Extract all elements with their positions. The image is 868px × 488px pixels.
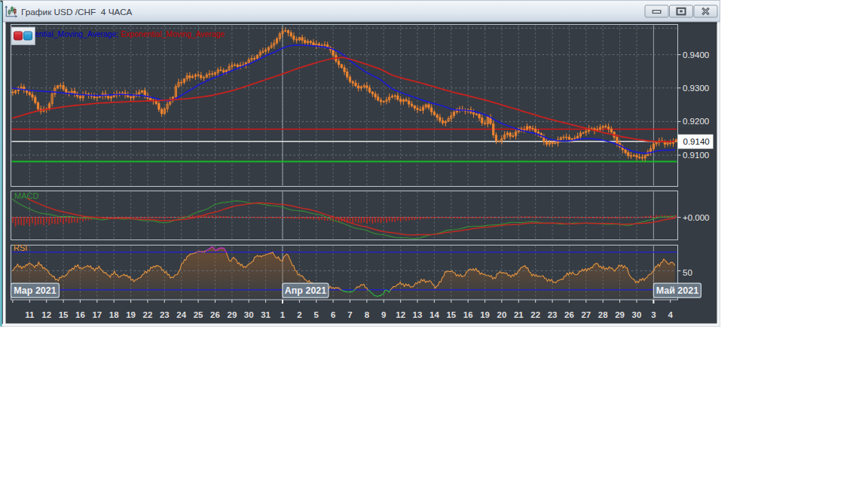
svg-text:График USD /CHF 4 ЧАСА: График USD /CHF 4 ЧАСА — [21, 7, 132, 17]
svg-text:RSI: RSI — [14, 243, 27, 252]
svg-text:2: 2 — [297, 310, 301, 319]
svg-text:Май 2021: Май 2021 — [656, 285, 699, 296]
svg-text:29: 29 — [615, 310, 625, 319]
svg-text:+0.000: +0.000 — [683, 213, 710, 222]
svg-text:26: 26 — [210, 310, 220, 319]
svg-text:12: 12 — [396, 310, 405, 319]
svg-text:3: 3 — [651, 310, 656, 319]
svg-text:23: 23 — [548, 310, 558, 319]
svg-text:15: 15 — [446, 310, 456, 319]
svg-text:0.9200: 0.9200 — [683, 117, 709, 126]
svg-text:11: 11 — [25, 310, 35, 319]
svg-text:26: 26 — [564, 310, 574, 319]
svg-text:7: 7 — [347, 310, 352, 319]
svg-text:ential_Moving_Average; Exponen: ential_Moving_Average; Exponential_Movin… — [35, 30, 225, 38]
svg-text:31: 31 — [261, 310, 270, 319]
svg-text:50: 50 — [683, 268, 692, 277]
svg-text:29: 29 — [228, 310, 237, 319]
svg-text:5: 5 — [314, 310, 319, 319]
svg-text:14: 14 — [429, 310, 439, 319]
svg-text:24: 24 — [176, 310, 186, 319]
svg-text:MACD: MACD — [14, 191, 38, 200]
svg-text:0.9400: 0.9400 — [683, 50, 709, 59]
svg-text:19: 19 — [480, 310, 490, 319]
svg-text:23: 23 — [160, 310, 170, 319]
svg-text:22: 22 — [143, 310, 153, 319]
svg-text:19: 19 — [126, 310, 136, 319]
svg-text:0.9300: 0.9300 — [683, 84, 709, 93]
svg-text:22: 22 — [530, 310, 540, 319]
svg-text:0.9100: 0.9100 — [683, 151, 709, 160]
svg-text:4: 4 — [668, 310, 673, 319]
svg-text:16: 16 — [463, 310, 473, 319]
svg-text:27: 27 — [581, 310, 591, 319]
svg-text:21: 21 — [514, 310, 524, 319]
svg-text:30: 30 — [632, 310, 642, 319]
svg-text:0.9140: 0.9140 — [683, 137, 710, 146]
svg-text:Мар 2021: Мар 2021 — [14, 285, 56, 296]
svg-text:15: 15 — [59, 310, 69, 319]
svg-text:17: 17 — [92, 310, 102, 319]
svg-text:9: 9 — [381, 310, 386, 319]
svg-text:20: 20 — [497, 310, 507, 319]
svg-text:13: 13 — [413, 310, 423, 319]
svg-text:6: 6 — [331, 310, 335, 319]
svg-text:18: 18 — [109, 310, 119, 319]
svg-text:1: 1 — [280, 310, 286, 319]
svg-text:28: 28 — [598, 310, 608, 319]
svg-text:12: 12 — [41, 310, 51, 319]
svg-text:16: 16 — [75, 310, 85, 319]
svg-text:30: 30 — [244, 310, 254, 319]
svg-text:8: 8 — [365, 310, 370, 319]
svg-text:Апр 2021: Апр 2021 — [285, 285, 327, 296]
svg-text:25: 25 — [194, 310, 203, 319]
